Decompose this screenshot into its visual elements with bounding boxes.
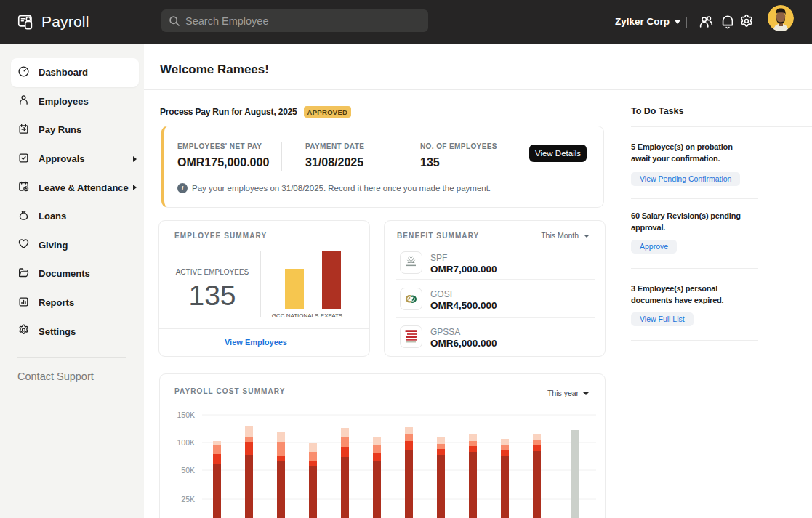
svg-text:150K: 150K: [177, 410, 195, 419]
svg-text:100K: 100K: [177, 438, 195, 447]
svg-text:50K: 50K: [181, 466, 195, 474]
svg-text:25K: 25K: [181, 495, 195, 503]
